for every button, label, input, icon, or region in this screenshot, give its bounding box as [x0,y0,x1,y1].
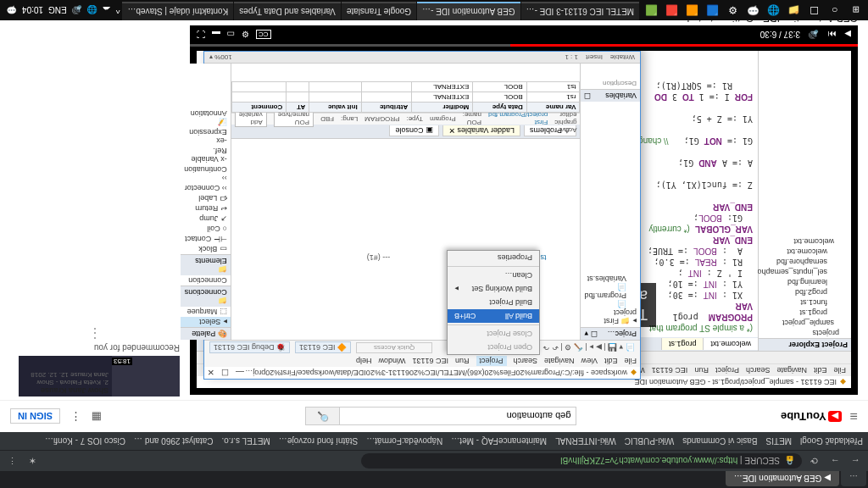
tree-item[interactable]: 📄 Program.fbd [584,291,637,308]
palette-group[interactable]: 📁 Elements [181,254,231,275]
search-button[interactable]: 🔍 [305,408,339,426]
palette-continuation[interactable]: ›› Continuation [181,164,231,183]
settings-icon[interactable]: ⚙ [242,30,249,40]
editor-tab-active[interactable]: prog1.st [661,338,704,350]
taskbar-app[interactable]: Kontaktní údaje | Staveb… [122,2,233,20]
menu-window[interactable]: Window [378,357,405,365]
chrome-icon[interactable]: 🌐 [765,1,783,19]
bookmark[interactable]: MaintenanceFAQ - Met… [451,436,547,446]
menu-icon[interactable]: ⋮ [5,456,20,467]
table-row[interactable]: rs1BOOLEXTERNAL [231,92,580,103]
tree-item[interactable]: sel_inputs_semaphore_bal [759,267,851,277]
tree-item[interactable]: prog1.st [759,308,851,318]
menu-item-open-project[interactable]: Open Project [448,341,539,354]
menu-search[interactable]: Search [514,357,538,365]
bookmark[interactable]: Wiki-INTERNAL [555,436,616,446]
menu-navigate[interactable]: Navigate [544,357,575,365]
menu-iec[interactable]: IEC 61131 [412,357,448,365]
search-input[interactable] [339,408,576,426]
signin-button[interactable]: SIGN IN [10,409,60,424]
tree-item[interactable]: projects [759,328,851,338]
menu-file[interactable]: File [624,357,637,365]
system-tray[interactable]: ^☁🌐🔊 ENG 10:04 💬 [0,6,120,15]
menu-edit[interactable]: Edit [604,357,618,365]
apps-icon[interactable]: ▦ [92,409,102,424]
menu-view[interactable]: View [581,357,598,365]
tree-item[interactable]: 📄 Variables.st [584,274,637,291]
palette-block[interactable]: ▭ Block [181,244,231,254]
video-player[interactable]: ◆IEC 61131 - sample_project/prog1.st - G… [190,25,858,395]
hamburger-icon[interactable]: ≡ [850,409,858,424]
app-icon[interactable]: 🟩 [643,1,661,19]
menu-item-properties[interactable]: Properties [448,251,539,264]
taskbar-app[interactable]: GEB Automation IDE -… [417,2,520,20]
palette-annotation[interactable]: 📝 Annotation [181,108,231,127]
app-icon[interactable]: 🟧 [683,1,702,19]
reload-icon[interactable]: ⟳ [807,456,822,467]
tab-console[interactable]: ▣ Console [389,126,439,137]
tree-item[interactable]: prog2.fbd [759,287,851,297]
palette-select[interactable]: ▸ Select [181,317,231,327]
forward-icon[interactable]: → [827,456,843,466]
search-icon[interactable]: ○ [826,1,844,19]
project-view-tab[interactable]: Projec… [607,330,637,338]
palette-coil[interactable]: ○ Coil [181,224,231,234]
browser-tab[interactable]: … [841,471,866,486]
volume-icon[interactable]: 🔊 [809,30,819,40]
tree-item[interactable]: semaphore.fbd [759,257,851,267]
perspective-iec[interactable]: 🔶 IEC 61131 [295,342,351,354]
app-icon[interactable]: 🟥 [663,1,682,19]
start-button[interactable]: ⊞ [844,0,868,20]
menu-project[interactable]: Project [476,356,507,366]
bookmark[interactable]: Překladač Googl [800,436,863,446]
perspective-debug[interactable]: 🐞 Debug IEC 61131 [209,342,290,354]
tab-ladder-variables[interactable]: Ladder Variables ✕ [442,126,520,137]
palette-contact[interactable]: ⊣⊢ Contact [181,234,231,244]
app-icon[interactable]: 💬 [744,1,763,19]
variables-tab[interactable]: Variables [605,92,637,100]
palette-jump[interactable]: ↗ Jump [181,214,231,224]
palette-connector[interactable]: ›› Connector [181,183,231,193]
minimize-icon[interactable]: — [236,369,244,378]
palette-connection[interactable]: Connection [181,275,231,286]
bookmark[interactable]: METIS [766,436,793,446]
tree-item[interactable]: welcome.txt [759,247,851,257]
fullscreen-icon[interactable]: ⛶ [197,30,205,40]
palette-group[interactable]: 📁 Connections [181,286,231,307]
menu-item-build-project[interactable]: Build Project [448,296,539,309]
extensions-icon[interactable]: ✶ [25,456,41,467]
recommendation-item[interactable]: Show Jana Krause 2. Květa Fialová - Show… [19,356,180,396]
browser-tab-active[interactable]: ▶ GEB Automation IDE… [726,471,839,486]
app-icon[interactable]: 🟦 [704,1,722,19]
theater-icon[interactable]: ▬ [212,30,220,40]
bookmark[interactable]: Wiki-PUBLIC [625,436,674,446]
menu-help[interactable]: Help [356,357,372,365]
menu-item-clean[interactable]: Clean… [448,269,539,282]
explorer-icon[interactable]: 📁 [785,1,804,19]
tree-item[interactable]: func1.st [759,297,851,308]
menu-item-close-project[interactable]: Close Project [448,327,539,341]
taskbar-app[interactable]: Google Translate [342,2,416,20]
tree-item[interactable]: welcome.txt [759,236,851,247]
table-row[interactable]: ts1BOOLEXTERNAL [231,82,580,92]
miniplayer-icon[interactable]: ▭ [227,30,235,40]
bookmark[interactable]: Nápověda:Formát… [366,436,442,446]
menu-run[interactable]: Run [455,357,470,365]
editor-tab[interactable]: welcome.txt [703,338,758,350]
close-icon[interactable]: ✕ [208,369,214,378]
bookmark[interactable]: Cisco IOS 7 - Konfi… [45,436,125,446]
palette-expression[interactable]: -ex Expression [181,127,231,146]
video-progress[interactable] [190,44,858,47]
quick-access[interactable]: Quick Access [356,342,432,353]
back-icon[interactable]: ← [848,456,863,466]
address-bar[interactable]: 🔒 SECURE | https://www.youtube.com/watch… [361,453,802,469]
cc-icon[interactable]: CC [256,30,271,40]
task-view-icon[interactable]: ☐ [805,1,824,19]
tree-item[interactable]: sample_project [759,318,851,328]
bookmark[interactable]: Catalyst 2960 and … [134,436,213,446]
bookmark[interactable]: Státní fond rozvoje… [279,436,358,446]
app-icon[interactable]: ⚙ [724,1,743,19]
taskbar-app[interactable]: Variables and Data Types [234,2,341,20]
palette-label[interactable]: 🏷 Label [181,193,231,203]
tree-item[interactable]: ▸ 📁 First project [584,308,637,325]
